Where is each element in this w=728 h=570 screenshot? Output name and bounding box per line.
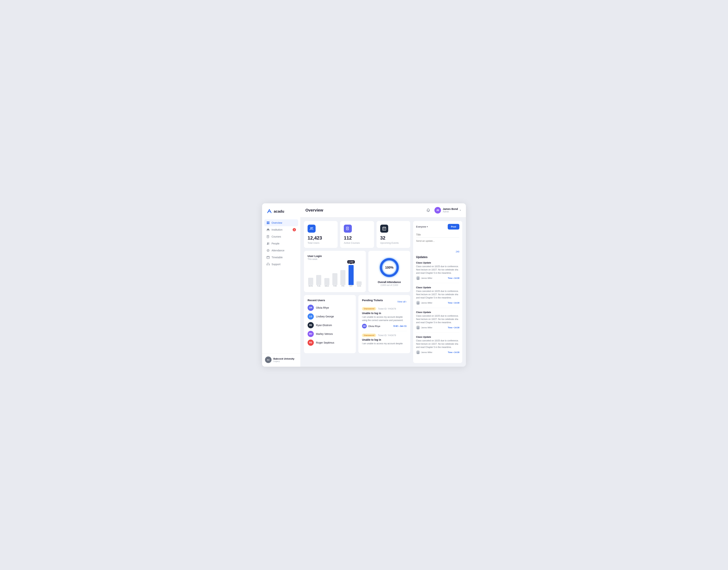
stat-label-upcoming-events: Upcoming Events: [380, 242, 407, 244]
sidebar-item-timetable[interactable]: Timetable: [264, 254, 298, 261]
svg-point-45: [417, 351, 419, 353]
user-avatar-or: OR: [308, 305, 314, 311]
bar-label-mon: MON: [309, 285, 313, 287]
logo-text: acadu: [274, 209, 284, 214]
user-area[interactable]: JB James Bond Admin ▾: [434, 207, 461, 214]
bar-group-sat: 2,333 SAT: [348, 265, 354, 287]
users-icon: [266, 242, 270, 245]
update-avatar-4: [416, 350, 420, 354]
ticket-meta-2: Unanswered Ticket ID: YHG678: [362, 334, 407, 337]
user-login-chart-card: User Login This week MON TUE: [304, 251, 366, 292]
page-title: Overview: [306, 208, 323, 213]
svg-rect-29: [383, 227, 386, 230]
update-time-3: Time • 14:30: [448, 326, 460, 329]
update-time-2: Time • 14:30: [448, 302, 460, 304]
ticket-body-1: I am unable to access my account despite…: [362, 315, 407, 322]
sidebar-item-attendance[interactable]: Attendance: [264, 247, 298, 254]
ticket-avatar-1: OR: [362, 324, 367, 328]
bar-label-sat: SAT: [349, 285, 353, 287]
user-avatar-re: RE: [308, 322, 314, 328]
bottom-row: Recent Users OR Olivia Rhye LG Lindsey G…: [304, 295, 410, 353]
institution-name: Babcock Univesity: [274, 357, 295, 360]
update-title-2: Class Update: [416, 286, 460, 289]
post-body-area[interactable]: [416, 240, 460, 250]
charts-row: User Login This week MON TUE: [304, 251, 410, 292]
list-item: LG Lindsey George: [308, 313, 352, 320]
update-title-1: Class Update: [416, 261, 460, 264]
user-avatar-mv: MV: [308, 331, 314, 337]
sidebar-item-people-label: People: [271, 242, 280, 245]
user-name-mv: Marley Vetrovs: [316, 332, 333, 335]
svg-point-39: [417, 277, 419, 278]
user-avatar-lg: LG: [308, 313, 314, 320]
bar-wed: [324, 278, 329, 285]
main-content: Overview JB James Bond Admin ▾: [300, 203, 466, 367]
sidebar-item-support[interactable]: Support: [264, 261, 298, 268]
user-name-lg: Lindsey George: [316, 315, 334, 318]
sidebar-item-institution[interactable]: Institution 2: [264, 226, 298, 233]
institution-info[interactable]: BU Babcock Univesity Legacy: [265, 356, 298, 363]
ticket-item-2: Unanswered Ticket ID: YHG678 Unable to l…: [362, 334, 407, 349]
donut-label: 100%: [385, 266, 393, 269]
update-author-1: James Miller: [416, 276, 432, 280]
update-title-3: Class Update: [416, 311, 460, 314]
calendar-icon: [266, 256, 270, 259]
ticket-user-row-1: OR Olivia Rhye 9:42 • Jan 11: [362, 324, 407, 328]
svg-text:BU: BU: [267, 359, 269, 361]
svg-rect-20: [269, 264, 269, 265]
update-item-2: Class Update Class canceled on 10/25 due…: [416, 286, 460, 308]
sidebar-item-support-label: Support: [271, 263, 281, 266]
svg-rect-3: [268, 223, 269, 224]
stat-icon-active-courses: [344, 225, 352, 233]
update-body-4: Class canceled on 10/25 due to conferenc…: [416, 339, 460, 349]
bar-mon: [308, 278, 313, 285]
updates-title: Updates: [416, 256, 460, 259]
updates-list: Class Update Class canceled on 10/25 due…: [416, 261, 460, 360]
sidebar-item-overview-label: Overview: [271, 221, 282, 224]
update-footer-1: James Miller Time • 14:30: [416, 276, 460, 280]
post-header: Everyone ▾ Post: [416, 224, 460, 230]
nav-items: Overview Institution 2 Courses: [262, 219, 300, 351]
post-button[interactable]: Post: [448, 224, 460, 230]
tickets-card: Pending Tickets View all › Unanswered Ti…: [358, 295, 410, 353]
sidebar-item-overview[interactable]: Overview: [264, 219, 298, 226]
svg-point-41: [417, 302, 419, 303]
stat-card-total-users: 12,423 Total Users: [304, 221, 338, 248]
ticket-user-1: OR Olivia Rhye: [362, 324, 380, 328]
bar-group-fri: FRI: [340, 270, 346, 287]
view-all-button[interactable]: View all ›: [397, 300, 407, 303]
notification-button[interactable]: [425, 207, 431, 214]
ticket-meta-1: Unanswered Ticket ID: YHG678: [362, 307, 407, 310]
stat-value-active-courses: 112: [344, 235, 370, 241]
recent-users-title: Recent Users: [308, 299, 352, 302]
sidebar-item-courses[interactable]: Courses: [264, 233, 298, 240]
stat-icon-total-users: [308, 225, 316, 233]
ticket-title-2: Unable to log in: [362, 338, 407, 341]
update-time-1: Time • 14:30: [448, 277, 460, 279]
bar-group-sun: SUN: [356, 281, 362, 287]
stat-cards: 12,423 Total Users 112 Active Courses: [304, 221, 410, 248]
update-avatar-3: [416, 326, 420, 330]
sidebar-item-courses-label: Courses: [271, 235, 281, 238]
sidebar-item-people[interactable]: People: [264, 240, 298, 247]
bar-group-tue: TUE: [316, 275, 322, 287]
header-right: JB James Bond Admin ▾: [425, 207, 461, 214]
bar-fri: [340, 270, 345, 285]
svg-point-43: [417, 327, 419, 328]
post-title-input[interactable]: [416, 232, 460, 238]
bar-label-wed: WED: [325, 285, 329, 287]
update-author-name-4: James Miller: [421, 351, 432, 353]
update-body-3: Class canceled on 10/25 due to conferenc…: [416, 314, 460, 324]
update-body-2: Class canceled on 10/25 due to conferenc…: [416, 290, 460, 299]
institution-badge: 2: [293, 228, 296, 231]
bar-label-sun: SUN: [357, 285, 361, 287]
update-author-name-1: James Miller: [421, 277, 432, 279]
chevron-down-icon: ▾: [460, 209, 461, 212]
svg-rect-4: [267, 230, 269, 230]
audience-selector[interactable]: Everyone ▾: [416, 225, 428, 228]
update-author-2: James Miller: [416, 301, 432, 305]
user-name-rs: Roger Septimus: [316, 341, 334, 344]
bar-tue: [316, 275, 321, 285]
update-time-4: Time • 14:30: [448, 351, 460, 353]
svg-rect-15: [267, 256, 269, 259]
